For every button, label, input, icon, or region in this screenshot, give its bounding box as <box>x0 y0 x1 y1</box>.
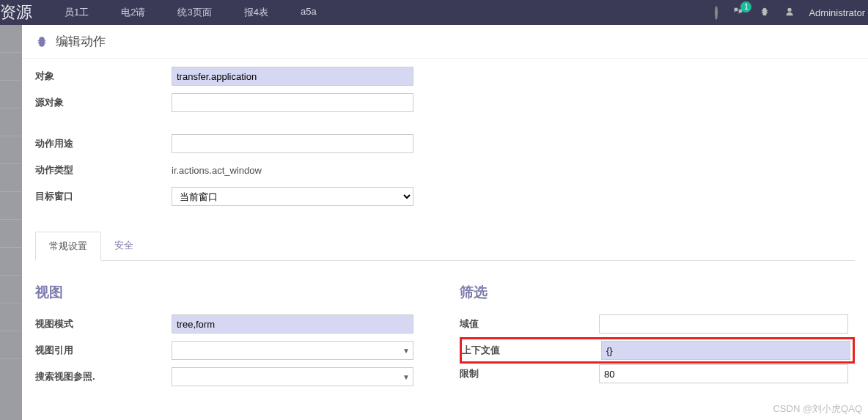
tab-general[interactable]: 常规设置 <box>35 232 101 261</box>
left-strip <box>0 25 22 420</box>
section-title-filter: 筛选 <box>460 283 855 302</box>
user-icon <box>784 6 795 20</box>
label-target: 目标窗口 <box>35 190 172 203</box>
input-src-object[interactable] <box>172 93 413 112</box>
input-view-mode[interactable] <box>172 314 413 334</box>
col-filter: 筛选 域值 上下文值 限制 <box>460 283 855 391</box>
label-context: 上下文值 <box>462 344 601 357</box>
topbar-right: 1 Administrator <box>715 0 865 25</box>
input-usage[interactable] <box>172 134 413 153</box>
dialog-title: 编辑动作 <box>56 33 106 50</box>
crumb-4[interactable]: 报4表 <box>234 6 279 19</box>
chat-badge: 1 <box>740 1 751 12</box>
label-src-object: 源对象 <box>35 96 172 109</box>
chat-icon[interactable]: 1 <box>731 6 746 20</box>
select-view-ref[interactable]: ▼ <box>172 341 413 360</box>
dialog: 编辑动作 对象 源对象 动作用途 动作类型 ir.actions.act_win… <box>22 25 868 420</box>
col-view: 视图 视图模式 视图引用 ▼ 搜索视图参照. ▼ <box>35 283 430 391</box>
bug-icon[interactable] <box>759 6 770 20</box>
label-usage: 动作用途 <box>35 137 172 150</box>
topbar: 资源 员1工 电2请 统3页面 报4表 a5a 1 Administrator <box>0 0 868 25</box>
label-object: 对象 <box>35 70 172 83</box>
brand-text: 资源 <box>0 1 45 23</box>
input-domain[interactable] <box>599 314 848 334</box>
input-context[interactable] <box>601 341 850 360</box>
label-search-ref: 搜索视图参照. <box>35 370 172 383</box>
select-search-ref[interactable]: ▼ <box>172 367 413 386</box>
tab-security[interactable]: 安全 <box>101 232 147 260</box>
tabs: 常规设置 安全 <box>35 232 855 261</box>
crumb-5[interactable]: a5a <box>290 6 327 19</box>
admin-name[interactable]: Administrator <box>809 7 865 18</box>
bug-icon <box>35 35 48 48</box>
input-limit[interactable] <box>599 364 848 383</box>
clock-icon[interactable] <box>715 7 718 18</box>
chevron-down-icon: ▼ <box>400 373 413 381</box>
dialog-header: 编辑动作 <box>22 25 868 59</box>
crumb-2[interactable]: 电2请 <box>111 6 155 19</box>
section-title-view: 视图 <box>35 283 430 302</box>
chevron-down-icon: ▼ <box>400 347 413 355</box>
value-type: ir.actions.act_window <box>172 165 262 176</box>
label-domain: 域值 <box>460 317 599 331</box>
label-limit: 限制 <box>460 367 599 380</box>
input-object[interactable] <box>172 67 413 86</box>
label-view-mode: 视图模式 <box>35 317 172 331</box>
highlight-context-row: 上下文值 <box>460 337 855 364</box>
crumb-3[interactable]: 统3页面 <box>167 6 221 19</box>
label-type: 动作类型 <box>35 163 172 177</box>
select-target[interactable]: 当前窗口 <box>172 187 413 206</box>
breadcrumb: 员1工 电2请 统3页面 报4表 a5a <box>54 6 327 19</box>
crumb-1[interactable]: 员1工 <box>54 6 99 19</box>
label-view-ref: 视图引用 <box>35 344 172 357</box>
